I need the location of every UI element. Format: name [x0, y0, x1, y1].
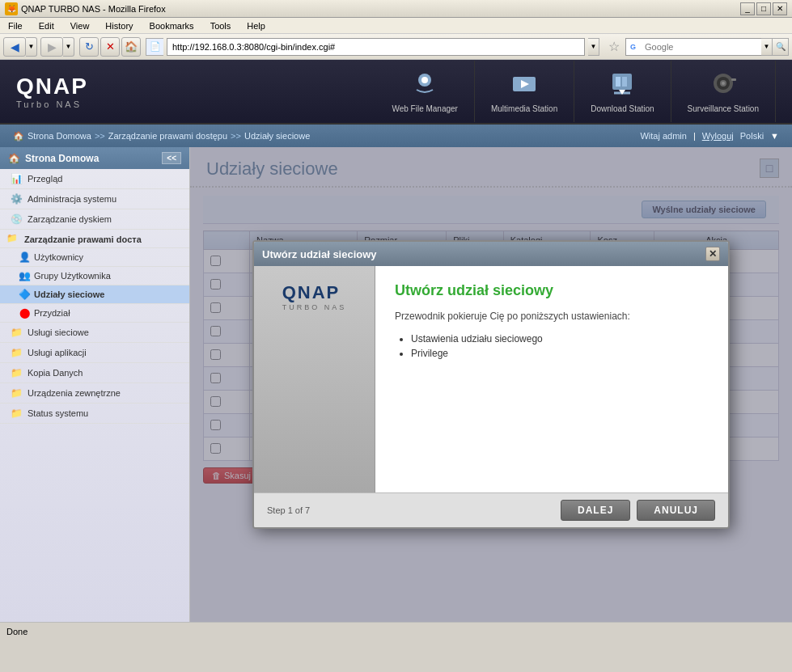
sidebar-title: Strona Domowa	[25, 153, 99, 164]
address-input[interactable]	[167, 38, 585, 56]
main-content: Udziały sieciowe □ Wyślne udziały siecio…	[190, 147, 792, 622]
download-station-label: Download Station	[591, 104, 654, 114]
logout-link[interactable]: Wyloguj	[702, 131, 734, 141]
sidebar-item-network-shares[interactable]: 🔷 Udziały sieciowe	[0, 285, 189, 304]
page-icon: 📄	[146, 38, 163, 56]
logo-qnap-text: QNAP	[16, 74, 88, 99]
menu-view[interactable]: View	[66, 19, 95, 32]
lang-dropdown-icon[interactable]: ▼	[770, 131, 779, 141]
sidebar-item-overview[interactable]: 📊 Przegląd	[0, 169, 189, 189]
back-button[interactable]: ◀	[3, 37, 26, 57]
svg-rect-12	[731, 78, 736, 81]
sidebar-item-backup[interactable]: 📁 Kopia Danych	[0, 363, 189, 383]
modal-overlay: Utwórz udział sieciowy ✕ QNAP Turbo NAS …	[190, 147, 792, 622]
browser-menubar: File Edit View History Bookmarks Tools H…	[0, 18, 792, 34]
browser-titlebar: 🦊 QNAP TURBO NAS - Mozilla Firefox _ □ ✕	[0, 0, 792, 18]
backup-label: Kopia Danych	[28, 368, 83, 378]
sidebar-item-admin[interactable]: ⚙️ Administracja systemu	[0, 189, 189, 209]
minimize-btn[interactable]: _	[740, 2, 755, 15]
assignments-icon: ⬤	[18, 306, 31, 319]
home-button[interactable]: 🏠	[121, 37, 141, 57]
close-btn[interactable]: ✕	[773, 2, 787, 15]
menu-tools[interactable]: Tools	[205, 19, 236, 32]
status-bar: Done	[0, 622, 792, 640]
menu-help[interactable]: Help	[242, 19, 270, 32]
sidebar-item-groups[interactable]: 👥 Grupy Użytkownika	[0, 267, 189, 285]
svg-point-11	[722, 82, 725, 85]
forward-dropdown[interactable]: ▼	[63, 37, 74, 57]
sidebar-item-network-services[interactable]: 📁 Usługi sieciowe	[0, 323, 189, 343]
modal-list: Ustawienia udziału sieciowego Privilege	[395, 333, 709, 359]
forward-button[interactable]: ▶	[40, 37, 63, 57]
search-dropdown[interactable]: ▼	[761, 38, 773, 56]
access-icon: 📁	[6, 233, 19, 246]
network-services-label: Usługi sieciowe	[28, 328, 89, 337]
disk-label: Zarządzanie dyskiem	[28, 214, 112, 224]
sidebar-item-status[interactable]: 📁 Status systemu	[0, 404, 189, 424]
search-submit-btn[interactable]: 🔍	[773, 38, 789, 56]
modal-buttons: DALEJ ANULUJ	[561, 500, 715, 521]
network-shares-label: Udziały sieciowe	[34, 290, 104, 299]
address-dropdown-btn[interactable]: ▼	[588, 38, 599, 56]
sidebar-item-users[interactable]: 👤 Użytkownicy	[0, 248, 189, 267]
browser-title: QNAP TURBO NAS - Mozilla Firefox	[21, 4, 166, 14]
search-engine-icon: G	[625, 38, 640, 56]
breadcrumb-home-icon: 🏠	[13, 131, 24, 142]
disk-icon: 💿	[10, 213, 23, 226]
app-nav-icons: Web File Manager Multimedia Station	[375, 61, 776, 122]
groups-label: Grupy Użytkownika	[34, 271, 111, 281]
breadcrumb-sep-0: >>	[95, 131, 105, 141]
nav-surveillance-station[interactable]: Surveillance Station	[671, 61, 776, 122]
search-input[interactable]	[640, 38, 761, 56]
backup-icon: 📁	[10, 366, 23, 379]
modal-cancel-btn[interactable]: ANULUJ	[637, 500, 715, 521]
assignments-label: Przydział	[34, 308, 70, 318]
stop-button[interactable]: ✕	[100, 37, 120, 57]
modal-list-item-1: Privilege	[411, 348, 709, 359]
svg-rect-5	[616, 77, 620, 87]
back-dropdown[interactable]: ▼	[26, 37, 37, 57]
users-icon: 👤	[18, 251, 31, 264]
sidebar: 🏠 Strona Domowa << 📊 Przegląd ⚙️ Adminis…	[0, 147, 190, 622]
sidebar-section-access[interactable]: 📁 Zarządzanie prawami doста	[0, 230, 189, 248]
step-text: Step 1 of 7	[267, 505, 310, 515]
menu-edit[interactable]: Edit	[34, 19, 59, 32]
status-label: Status systemu	[28, 408, 88, 418]
sidebar-collapse-btn[interactable]: <<	[162, 152, 181, 164]
svg-rect-6	[622, 77, 627, 87]
content-area: 🏠 Strona Domowa << 📊 Przegląd ⚙️ Adminis…	[0, 147, 792, 622]
breadcrumb-bar: 🏠 Strona Domowa >> Zarządzanie prawami d…	[0, 125, 792, 147]
modal-footer: Step 1 of 7 DALEJ ANULUJ	[254, 492, 728, 527]
nav-web-file-manager[interactable]: Web File Manager	[375, 61, 475, 122]
users-label: Użytkownicy	[34, 252, 83, 262]
modal-next-btn[interactable]: DALEJ	[561, 500, 630, 521]
modal-close-btn[interactable]: ✕	[705, 247, 720, 261]
star-btn[interactable]: ☆	[604, 37, 624, 57]
lang-text[interactable]: Polski	[740, 131, 764, 141]
sidebar-item-assignments[interactable]: ⬤ Przydział	[0, 304, 189, 323]
menu-bookmarks[interactable]: Bookmarks	[145, 19, 199, 32]
logo-sub-text: Turbo NAS	[16, 99, 88, 109]
nav-download-station[interactable]: Download Station	[574, 61, 671, 122]
app-services-icon: 📁	[10, 346, 23, 359]
app-services-label: Usługi aplikacji	[28, 348, 87, 357]
external-label: Urządzenia zewnętrzne	[28, 388, 121, 398]
modal-titlebar: Utwórz udział sieciowy ✕	[254, 242, 728, 266]
window-controls[interactable]: _ □ ✕	[740, 2, 787, 15]
modal-main: Utwórz udział sieciowy Przewodnik pokier…	[375, 266, 728, 492]
address-bar-container: 📄 ▼	[146, 38, 599, 56]
nav-multimedia-station[interactable]: Multimedia Station	[475, 61, 574, 122]
refresh-button[interactable]: ↻	[79, 37, 99, 57]
sidebar-item-app-services[interactable]: 📁 Usługi aplikacji	[0, 343, 189, 363]
sidebar-item-external[interactable]: 📁 Urządzenia zewnętrzne	[0, 383, 189, 404]
surveillance-station-icon	[707, 69, 739, 101]
maximize-btn[interactable]: □	[756, 2, 771, 15]
breadcrumb-item-0[interactable]: Strona Domowa	[28, 131, 91, 141]
sidebar-item-disk[interactable]: 💿 Zarządzanie dyskiem	[0, 209, 189, 230]
menu-file[interactable]: File	[3, 19, 28, 32]
menu-history[interactable]: History	[100, 19, 138, 32]
sidebar-header: 🏠 Strona Domowa <<	[0, 147, 189, 169]
breadcrumb-item-2[interactable]: Udziały sieciowe	[244, 131, 310, 141]
breadcrumb-item-1[interactable]: Zarządzanie prawami dostępu	[108, 131, 227, 141]
status-icon: 📁	[10, 407, 23, 420]
